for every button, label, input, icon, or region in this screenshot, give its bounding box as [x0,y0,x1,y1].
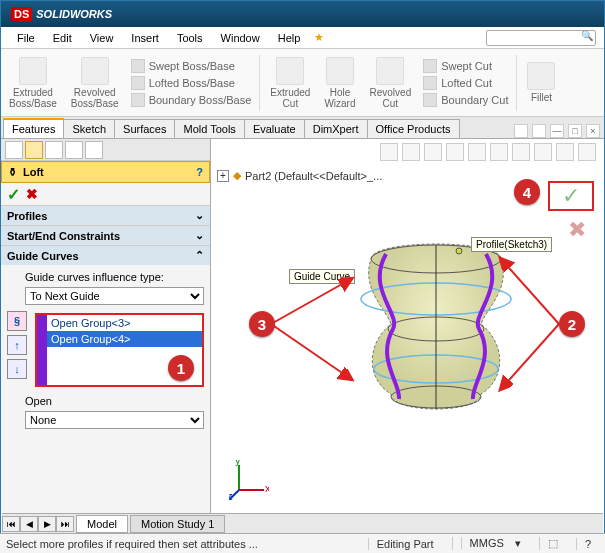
viewport[interactable]: + ◆ Part2 (Default<<Default>_... Guide C… [211,139,604,553]
property-manager: ⚱ Loft ? ✓ ✖ Profiles⌄ Start/End Constra… [1,139,211,553]
tab-surfaces[interactable]: Surfaces [114,119,175,138]
command-tabs: Features Sketch Surfaces Mold Tools Eval… [1,117,604,139]
swept-cut-button[interactable]: Swept Cut [421,58,510,74]
fm-tab-icon[interactable] [45,141,63,159]
swept-boss-button[interactable]: Swept Boss/Base [129,58,254,74]
open-label: Open [25,395,204,407]
brand-name: SOLIDWORKS [36,8,112,20]
feature-manager-tabs [1,139,210,161]
window-icon[interactable] [514,124,528,138]
tab-sketch[interactable]: Sketch [63,119,115,138]
step-3-badge: 3 [249,311,275,337]
bottom-tab-model[interactable]: Model [76,515,128,533]
tab-features[interactable]: Features [3,118,64,138]
chevron-up-icon: ⌃ [195,249,204,262]
tab-dimxpert[interactable]: DimXpert [304,119,368,138]
lofted-boss-button[interactable]: Lofted Boss/Base [129,75,254,91]
menu-help[interactable]: Help [270,30,309,46]
nav-first-icon[interactable]: ⏮ [2,516,20,532]
check-icon: ✓ [562,183,580,209]
move-up-button[interactable]: ↑ [7,335,27,355]
ok-button[interactable]: ✓ [7,185,20,204]
brand-ds-icon: DS [11,7,32,21]
nav-prev-icon[interactable]: ◀ [20,516,38,532]
confirm-button[interactable]: ✓ [548,181,594,211]
menu-bar: File Edit View Insert Tools Window Help … [1,27,604,49]
nav-next-icon[interactable]: ▶ [38,516,56,532]
section-start-end[interactable]: Start/End Constraints⌄ [1,226,210,245]
svg-text:z: z [229,490,233,500]
fm-tab-icon[interactable] [85,141,103,159]
status-help-icon[interactable]: ? [576,538,599,550]
svg-text:y: y [235,460,241,466]
window-icon[interactable]: × [586,124,600,138]
svg-line-6 [271,279,351,324]
status-hint: Select more profiles if required then se… [6,538,258,550]
open-select[interactable]: None [25,411,204,429]
svg-text:x: x [265,482,269,494]
status-units[interactable]: MMGS ▾ [452,537,529,550]
bottom-tabs: ⏮ ◀ ▶ ⏭ Model Motion Study 1 [2,513,603,533]
app-logo: DS SOLIDWORKS [5,7,118,21]
svg-line-7 [271,324,351,379]
influence-label: Guide curves influence type: [25,271,204,283]
cancel-corner-button[interactable]: ✖ [568,217,586,243]
status-bar: Select more profiles if required then se… [0,533,605,553]
fm-tab-icon[interactable] [65,141,83,159]
revolved-boss-button[interactable]: Revolved Boss/Base [67,55,123,111]
guide-icon-button[interactable]: § [7,311,27,331]
fm-tab-icon[interactable] [25,141,43,159]
window-icon[interactable]: — [550,124,564,138]
window-icon[interactable] [532,124,546,138]
boss-list: Swept Boss/Base Lofted Boss/Base Boundar… [129,58,254,108]
tab-evaluate[interactable]: Evaluate [244,119,305,138]
chevron-down-icon: ⌄ [195,209,204,222]
step-1-badge: 1 [168,355,194,381]
lofted-cut-button[interactable]: Lofted Cut [421,75,510,91]
menu-tools[interactable]: Tools [169,30,211,46]
cancel-button[interactable]: ✖ [26,186,38,202]
bottom-tab-motion[interactable]: Motion Study 1 [130,515,225,533]
loft-icon: ⚱ [8,166,17,179]
nav-last-icon[interactable]: ⏭ [56,516,74,532]
boundary-cut-button[interactable]: Boundary Cut [421,92,510,108]
ribbon: Extruded Boss/Base Revolved Boss/Base Sw… [1,49,604,117]
help-icon[interactable]: ? [196,166,203,178]
tab-window-icons: — □ × [514,124,604,138]
svg-line-9 [501,324,559,389]
section-profiles[interactable]: Profiles⌄ [1,206,210,225]
move-down-button[interactable]: ↓ [7,359,27,379]
window-icon[interactable]: □ [568,124,582,138]
tab-mold-tools[interactable]: Mold Tools [174,119,244,138]
list-item[interactable]: Open Group<3> [47,315,202,331]
boundary-boss-button[interactable]: Boundary Boss/Base [129,92,254,108]
tab-office-products[interactable]: Office Products [367,119,460,138]
step-2-badge: 2 [559,311,585,337]
fm-tab-icon[interactable] [5,141,23,159]
list-color-bar [37,315,47,385]
menu-window[interactable]: Window [213,30,268,46]
list-item[interactable]: Open Group<4> [47,331,202,347]
section-guide-curves[interactable]: Guide Curves⌃ [1,246,210,265]
status-icon[interactable]: ⬚ [539,537,566,550]
pm-header: ⚱ Loft ? [1,161,210,183]
menu-view[interactable]: View [82,30,122,46]
fillet-button[interactable]: Fillet [523,60,559,105]
extruded-boss-button[interactable]: Extruded Boss/Base [5,55,61,111]
main-area: ⚱ Loft ? ✓ ✖ Profiles⌄ Start/End Constra… [1,139,604,553]
quick-search-input[interactable] [486,30,596,46]
extruded-cut-button[interactable]: Extruded Cut [266,55,314,111]
pm-title: Loft [23,166,44,178]
svg-line-8 [501,259,559,324]
hole-wizard-button[interactable]: Hole Wizard [320,55,359,111]
menu-file[interactable]: File [9,30,43,46]
pm-ok-row: ✓ ✖ [1,183,210,205]
influence-select[interactable]: To Next Guide [25,287,204,305]
step-4-badge: 4 [514,179,540,205]
menu-edit[interactable]: Edit [45,30,80,46]
status-mode: Editing Part [368,538,442,550]
menu-insert[interactable]: Insert [123,30,167,46]
cut-list: Swept Cut Lofted Cut Boundary Cut [421,58,510,108]
revolved-cut-button[interactable]: Revolved Cut [366,55,416,111]
star-icon[interactable]: ★ [310,31,328,44]
